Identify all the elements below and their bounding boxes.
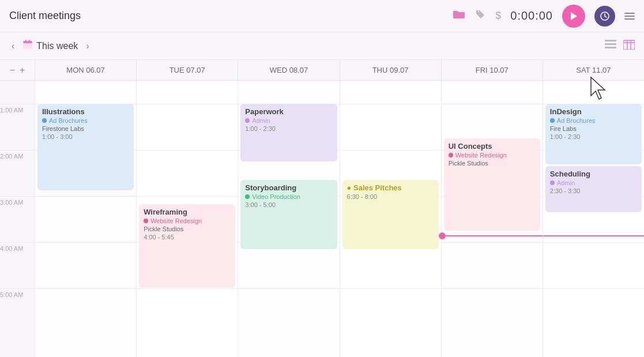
calendar-nav: ‹ This week › bbox=[0, 32, 644, 60]
column-headers: − + MON 06.07 TUE 07.07 WED 08.07 THU 09… bbox=[0, 60, 644, 81]
calendar-icon bbox=[22, 39, 33, 52]
dollar-icon[interactable]: $ bbox=[495, 10, 501, 22]
zoom-controls: − + bbox=[9, 65, 27, 76]
day-col-fri: UI Concepts Website Redesign Pickle Stud… bbox=[441, 81, 543, 357]
time-labels: 1:00 AM 2:00 AM 3:00 AM 4:00 AM 5:00 AM bbox=[0, 81, 35, 357]
event-illustrations[interactable]: Illustrations Ad Brochures Firestone Lab… bbox=[37, 104, 134, 190]
calendar-grid: 1:00 AM 2:00 AM 3:00 AM 4:00 AM 5:00 AM … bbox=[0, 81, 644, 357]
time-label-5am: 5:00 AM bbox=[0, 288, 35, 335]
time-label-1am: 1:00 AM bbox=[0, 104, 35, 150]
day-header-wed: WED 08.07 bbox=[238, 60, 339, 80]
svg-rect-4 bbox=[25, 40, 27, 42]
svg-rect-9 bbox=[623, 40, 635, 50]
page-title: Client meetings bbox=[9, 10, 81, 22]
svg-rect-7 bbox=[605, 43, 616, 45]
svg-rect-5 bbox=[29, 40, 30, 42]
event-indesign[interactable]: InDesign Ad Brochures Fire Labs 1:00 - 2… bbox=[545, 104, 642, 164]
svg-marker-0 bbox=[571, 12, 577, 20]
day-header-tue: TUE 07.07 bbox=[136, 60, 238, 80]
week-period: This week bbox=[36, 41, 78, 51]
nav-right bbox=[605, 39, 635, 52]
prev-week-button[interactable]: ‹ bbox=[9, 39, 17, 54]
timer-display: 0:00:00 bbox=[510, 9, 553, 22]
day-col-tue: Wireframing Website Redesign Pickle Stud… bbox=[136, 81, 238, 357]
time-label-3am: 3:00 AM bbox=[0, 196, 35, 242]
event-scheduling[interactable]: Scheduling Admin 2:30 - 3:30 bbox=[545, 166, 642, 212]
event-paperwork[interactable]: Paperwork Admin 1:00 - 2:30 bbox=[240, 104, 337, 161]
user-avatar[interactable] bbox=[594, 6, 615, 27]
menu-button[interactable] bbox=[624, 13, 635, 20]
day-col-wed: Paperwork Admin 1:00 - 2:30 Storyboardin… bbox=[238, 81, 339, 357]
day-header-thu: THU 09.07 bbox=[340, 60, 441, 80]
list-view-icon[interactable] bbox=[605, 40, 616, 52]
play-button[interactable] bbox=[562, 5, 585, 28]
top-bar: Client meetings $ 0:00:00 bbox=[0, 0, 644, 32]
week-label: This week bbox=[22, 39, 78, 52]
day-col-thu: ● Sales Pitches 6:30 - 8:00 bbox=[340, 81, 441, 357]
zoom-out-button[interactable]: − bbox=[9, 65, 16, 76]
svg-rect-6 bbox=[605, 40, 616, 42]
event-ui-concepts[interactable]: UI Concepts Website Redesign Pickle Stud… bbox=[444, 138, 540, 231]
day-col-sat: InDesign Ad Brochures Fire Labs 1:00 - 2… bbox=[543, 81, 644, 357]
zoom-in-button[interactable]: + bbox=[18, 65, 26, 76]
time-label-2am: 2:00 AM bbox=[0, 150, 35, 196]
folder-icon[interactable] bbox=[453, 9, 465, 22]
time-label-4am: 4:00 AM bbox=[0, 242, 35, 288]
top-bar-actions: $ 0:00:00 bbox=[453, 5, 635, 28]
day-col-mon: Illustrations Ad Brochures Firestone Lab… bbox=[35, 81, 136, 357]
event-wireframing[interactable]: Wireframing Website Redesign Pickle Stud… bbox=[139, 204, 235, 288]
tag-icon[interactable] bbox=[474, 9, 486, 23]
svg-rect-8 bbox=[605, 47, 616, 48]
time-gutter-header: − + bbox=[0, 60, 35, 80]
day-header-mon: MON 06.07 bbox=[35, 60, 136, 80]
calendar-view-icon[interactable] bbox=[623, 39, 635, 52]
day-header-sat: SAT 11.07 bbox=[543, 60, 644, 80]
svg-rect-3 bbox=[23, 41, 32, 43]
day-header-fri: FRI 10.07 bbox=[441, 60, 543, 80]
event-storyboarding[interactable]: Storyboarding Video Production 3:00 - 5:… bbox=[240, 180, 337, 249]
event-sales-pitches[interactable]: ● Sales Pitches 6:30 - 8:00 bbox=[342, 180, 439, 249]
nav-left: ‹ This week › bbox=[9, 39, 92, 54]
next-week-button[interactable]: › bbox=[84, 39, 91, 54]
day-columns: Illustrations Ad Brochures Firestone Lab… bbox=[35, 81, 644, 357]
